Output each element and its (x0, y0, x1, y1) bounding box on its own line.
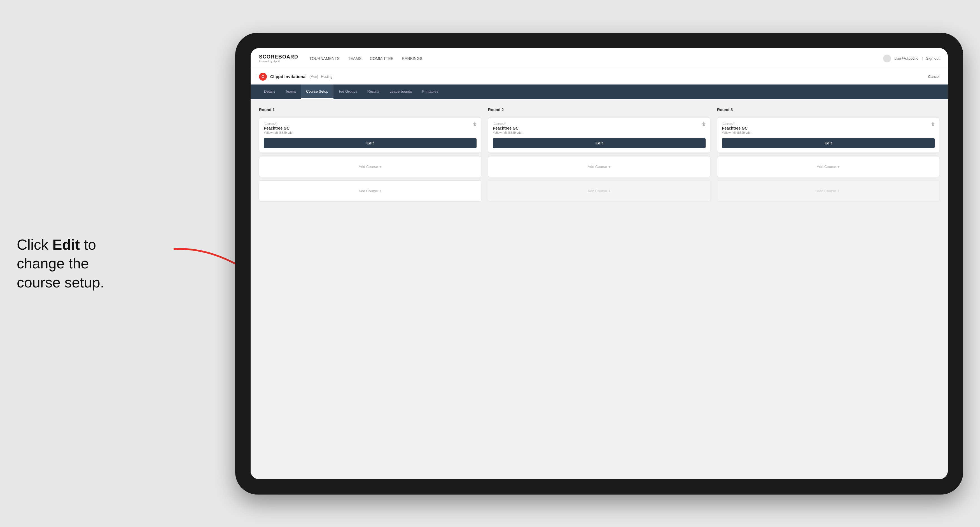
round-1-add-course-label-2: Add Course (359, 189, 378, 193)
round-1-delete-icon[interactable]: 🗑 (472, 121, 478, 127)
round-2-plus-icon-1: + (608, 164, 611, 169)
tab-leaderboards[interactable]: Leaderboards (385, 84, 417, 99)
user-avatar (883, 55, 891, 62)
round-2-course-label: (Course A) (493, 122, 706, 125)
round-1-column: Round 1 🗑 (Course A) Peachtree GC Yellow… (259, 108, 481, 202)
main-content: Round 1 🗑 (Course A) Peachtree GC Yellow… (251, 99, 948, 479)
round-3-edit-button[interactable]: Edit (722, 138, 935, 148)
sign-out-link[interactable]: Sign out (926, 56, 939, 60)
tournament-logo-icon: C (259, 73, 267, 81)
round-1-course-label: (Course A) (264, 122, 477, 125)
rounds-grid: Round 1 🗑 (Course A) Peachtree GC Yellow… (259, 108, 939, 202)
round-3-add-course-2: Add Course + (717, 181, 939, 202)
round-2-title: Round 2 (488, 108, 710, 112)
round-3-add-course-1[interactable]: Add Course + (717, 156, 939, 177)
nav-tournaments[interactable]: TOURNAMENTS (309, 55, 340, 62)
user-email: blair@clippd.io (894, 56, 918, 60)
logo-area: SCOREBOARD Powered by clippd (259, 54, 298, 63)
round-2-course-name: Peachtree GC (493, 126, 706, 130)
tablet-frame: SCOREBOARD Powered by clippd TOURNAMENTS… (235, 33, 963, 495)
cancel-button[interactable]: Cancel (928, 75, 939, 79)
instruction-prefix: Click (17, 236, 52, 252)
round-3-column: Round 3 🗑 (Course A) Peachtree GC Yellow… (717, 108, 939, 202)
round-2-delete-icon[interactable]: 🗑 (701, 121, 707, 127)
round-1-course-name: Peachtree GC (264, 126, 477, 130)
round-1-add-course-label-1: Add Course (359, 165, 378, 169)
round-1-title: Round 1 (259, 108, 481, 112)
tab-details[interactable]: Details (259, 84, 280, 99)
hosting-badge: Hosting (321, 75, 332, 79)
round-1-course-card: 🗑 (Course A) Peachtree GC Yellow (M) (66… (259, 117, 481, 153)
nav-links: TOURNAMENTS TEAMS COMMITTEE RANKINGS (309, 55, 883, 62)
round-2-add-course-1[interactable]: Add Course + (488, 156, 710, 177)
round-2-edit-button[interactable]: Edit (493, 138, 706, 148)
round-1-add-course-1[interactable]: Add Course + (259, 156, 481, 177)
nav-teams[interactable]: TEAMS (348, 55, 361, 62)
round-1-edit-button[interactable]: Edit (264, 138, 477, 148)
round-3-course-card: 🗑 (Course A) Peachtree GC Yellow (M) (66… (717, 117, 939, 153)
tabs-bar: Details Teams Course Setup Tee Groups Re… (251, 84, 948, 99)
round-3-title: Round 3 (717, 108, 939, 112)
gender-badge: (Men) (309, 75, 318, 79)
sep: | (922, 56, 923, 60)
tab-course-setup[interactable]: Course Setup (301, 84, 334, 99)
round-3-plus-icon-2: + (837, 189, 840, 193)
tab-results[interactable]: Results (362, 84, 385, 99)
nav-committee[interactable]: COMMITTEE (370, 55, 393, 62)
round-2-course-card: 🗑 (Course A) Peachtree GC Yellow (M) (66… (488, 117, 710, 153)
tournament-name: Clippd Invitational (270, 74, 307, 79)
instruction-bold: Edit (52, 236, 80, 252)
round-3-add-course-label-1: Add Course (817, 165, 836, 169)
round-1-course-detail: Yellow (M) (6629 yds) (264, 131, 477, 134)
round-1-plus-icon-1: + (379, 164, 382, 169)
round-3-course-label: (Course A) (722, 122, 935, 125)
round-2-plus-icon-2: + (608, 189, 611, 193)
round-1-plus-icon-2: + (379, 189, 382, 193)
top-nav: SCOREBOARD Powered by clippd TOURNAMENTS… (251, 48, 948, 69)
round-3-course-name: Peachtree GC (722, 126, 935, 130)
tab-tee-groups[interactable]: Tee Groups (334, 84, 362, 99)
sub-nav: C Clippd Invitational (Men) Hosting Canc… (251, 69, 948, 84)
round-1-add-course-2[interactable]: Add Course + (259, 181, 481, 202)
user-area: blair@clippd.io | Sign out (883, 55, 939, 62)
round-2-add-course-2: Add Course + (488, 181, 710, 202)
tab-teams[interactable]: Teams (280, 84, 301, 99)
round-2-add-course-label-1: Add Course (588, 165, 607, 169)
nav-rankings[interactable]: RANKINGS (402, 55, 422, 62)
logo-scoreboard: SCOREBOARD (259, 54, 298, 60)
tab-printables[interactable]: Printables (417, 84, 443, 99)
round-3-add-course-label-2: Add Course (817, 189, 836, 193)
instruction-text: Click Edit tochange thecourse setup. (17, 235, 179, 292)
round-3-delete-icon[interactable]: 🗑 (930, 121, 936, 127)
round-2-add-course-label-2: Add Course (588, 189, 607, 193)
round-2-column: Round 2 🗑 (Course A) Peachtree GC Yellow… (488, 108, 710, 202)
round-3-course-detail: Yellow (M) (6629 yds) (722, 131, 935, 134)
tablet-screen: SCOREBOARD Powered by clippd TOURNAMENTS… (251, 48, 948, 479)
round-3-plus-icon-1: + (837, 164, 840, 169)
round-2-course-detail: Yellow (M) (6629 yds) (493, 131, 706, 134)
logo-sub: Powered by clippd (259, 60, 298, 63)
